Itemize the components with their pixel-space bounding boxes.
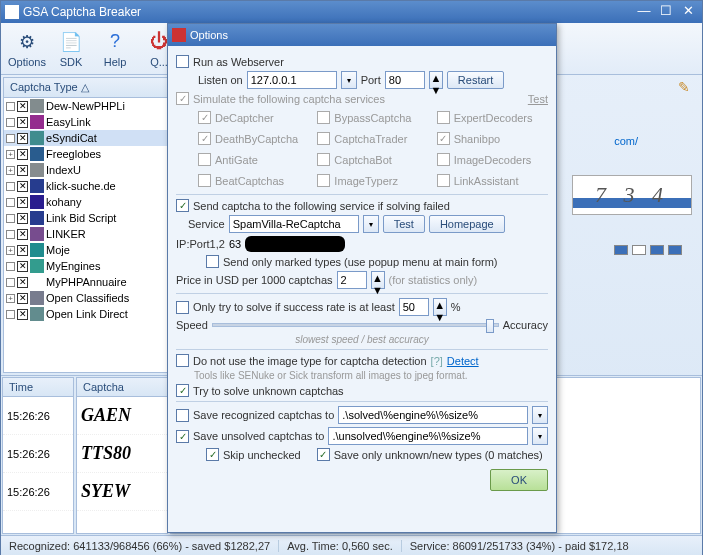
tree-checkbox[interactable]: ✕ [17, 229, 28, 240]
price-spinner[interactable]: ▲▼ [371, 271, 385, 289]
service-select[interactable] [229, 215, 359, 233]
swatch[interactable] [650, 245, 664, 255]
imgdec-checkbox[interactable] [437, 153, 450, 166]
time-header[interactable]: Time [3, 378, 73, 397]
edit-icon[interactable]: ✎ [678, 79, 690, 95]
no-image-type-checkbox[interactable] [176, 354, 189, 367]
tree-item[interactable]: ✕Link Bid Script [4, 210, 167, 226]
slider-thumb[interactable] [486, 319, 494, 333]
tree-item[interactable]: +✕IndexU [4, 162, 167, 178]
expander-icon[interactable]: + [6, 294, 15, 303]
success-rate-input[interactable] [399, 298, 429, 316]
try-unknown-checkbox[interactable]: ✓ [176, 384, 189, 397]
expert-checkbox[interactable] [437, 111, 450, 124]
expander-icon[interactable]: + [6, 166, 15, 175]
tree-checkbox[interactable]: ✕ [17, 213, 28, 224]
tree-item[interactable]: ✕klick-suche.de [4, 178, 167, 194]
test-button[interactable]: Test [383, 215, 425, 233]
expander-icon[interactable] [6, 262, 15, 271]
expander-icon[interactable] [6, 118, 15, 127]
expander-icon[interactable] [6, 214, 15, 223]
close-button[interactable]: ✕ [678, 4, 698, 20]
tree-item[interactable]: ✕EasyLink [4, 114, 167, 130]
captcha-type-tree[interactable]: Captcha Type △ ✕Dew-NewPHPLi ✕EasyLink ✕… [3, 77, 168, 373]
tree-checkbox[interactable]: ✕ [17, 181, 28, 192]
expander-icon[interactable] [6, 102, 15, 111]
tree-item[interactable]: +✕Freeglobes [4, 146, 167, 162]
skip-unchecked-checkbox[interactable]: ✓ [206, 448, 219, 461]
options-toolbutton[interactable]: ⚙Options [5, 25, 49, 72]
ok-button[interactable]: OK [490, 469, 548, 491]
shanibpo-checkbox[interactable]: ✓ [437, 132, 450, 145]
tree-checkbox[interactable]: ✕ [17, 197, 28, 208]
swatch[interactable] [632, 245, 646, 255]
tree-checkbox[interactable]: ✕ [17, 133, 28, 144]
typerz-checkbox[interactable] [317, 174, 330, 187]
external-link[interactable]: com/ [614, 135, 638, 147]
save-unsolved-dropdown[interactable]: ▾ [532, 427, 548, 445]
tree-checkbox[interactable]: ✕ [17, 309, 28, 320]
expander-icon[interactable] [6, 278, 15, 287]
help-hint-icon[interactable]: [?] [431, 355, 443, 367]
simulate-checkbox[interactable]: ✓ [176, 92, 189, 105]
tree-checkbox[interactable]: ✕ [17, 101, 28, 112]
expander-icon[interactable] [6, 182, 15, 191]
tree-item[interactable]: ✕Open Link Direct [4, 306, 167, 322]
tree-checkbox[interactable]: ✕ [17, 261, 28, 272]
tree-checkbox[interactable]: ✕ [17, 293, 28, 304]
save-only-unknown-checkbox[interactable]: ✓ [317, 448, 330, 461]
service-dropdown[interactable]: ▾ [363, 215, 379, 233]
tree-item[interactable]: ✕MyPHPAnnuaire [4, 274, 167, 290]
swatch[interactable] [614, 245, 628, 255]
tree-checkbox[interactable]: ✕ [17, 277, 28, 288]
save-unsolved-path-input[interactable] [328, 427, 528, 445]
tree-item[interactable]: ✕kohany [4, 194, 167, 210]
success-spinner[interactable]: ▲▼ [433, 298, 447, 316]
beat-checkbox[interactable] [198, 174, 211, 187]
port-input[interactable] [385, 71, 425, 89]
listen-ip-input[interactable] [247, 71, 337, 89]
tree-item[interactable]: ✕eSyndiCat [4, 130, 167, 146]
tree-checkbox[interactable]: ✕ [17, 165, 28, 176]
expander-icon[interactable] [6, 134, 15, 143]
expander-icon[interactable]: + [6, 150, 15, 159]
decaptcher-checkbox[interactable]: ✓ [198, 111, 211, 124]
expander-icon[interactable] [6, 230, 15, 239]
test-link[interactable]: Test [528, 93, 548, 105]
expander-icon[interactable] [6, 198, 15, 207]
dbc-checkbox[interactable]: ✓ [198, 132, 211, 145]
tree-checkbox[interactable]: ✕ [17, 245, 28, 256]
expander-icon[interactable] [6, 310, 15, 319]
homepage-button[interactable]: Homepage [429, 215, 505, 233]
ip-dropdown[interactable]: ▾ [341, 71, 357, 89]
save-recognized-path-input[interactable] [338, 406, 528, 424]
tree-item[interactable]: ✕Dew-NewPHPLi [4, 98, 167, 114]
antigate-checkbox[interactable] [198, 153, 211, 166]
tree-checkbox[interactable]: ✕ [17, 149, 28, 160]
trader-checkbox[interactable] [317, 132, 330, 145]
speed-accuracy-slider[interactable] [212, 323, 499, 327]
captchabot-checkbox[interactable] [317, 153, 330, 166]
tree-item[interactable]: ✕LINKER [4, 226, 167, 242]
save-recognized-dropdown[interactable]: ▾ [532, 406, 548, 424]
tree-item[interactable]: +✕Open Classifieds [4, 290, 167, 306]
detect-link[interactable]: Detect [447, 355, 479, 367]
linkass-checkbox[interactable] [437, 174, 450, 187]
sdk-toolbutton[interactable]: 📄SDK [49, 25, 93, 72]
tree-item[interactable]: +✕Moje [4, 242, 167, 258]
captcha-header[interactable]: Captcha [77, 378, 167, 397]
tree-checkbox[interactable]: ✕ [17, 117, 28, 128]
save-unsolved-checkbox[interactable]: ✓ [176, 430, 189, 443]
minimize-button[interactable]: — [634, 4, 654, 20]
save-recognized-checkbox[interactable] [176, 409, 189, 422]
tree-header[interactable]: Captcha Type △ [4, 78, 167, 98]
tree-item[interactable]: ✕MyEngines [4, 258, 167, 274]
swatch[interactable] [668, 245, 682, 255]
send-failed-checkbox[interactable]: ✓ [176, 199, 189, 212]
maximize-button[interactable]: ☐ [656, 4, 676, 20]
run-webserver-checkbox[interactable] [176, 55, 189, 68]
help-toolbutton[interactable]: ?Help [93, 25, 137, 72]
port-spinner[interactable]: ▲▼ [429, 71, 443, 89]
bypass-checkbox[interactable] [317, 111, 330, 124]
only-success-checkbox[interactable] [176, 301, 189, 314]
